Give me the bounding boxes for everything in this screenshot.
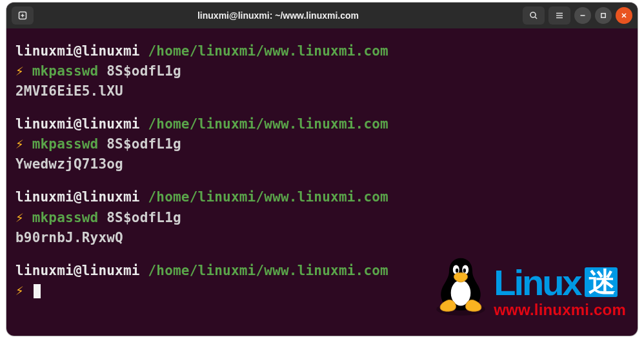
new-tab-button[interactable] <box>12 6 34 25</box>
prompt-line: linuxmi@linuxmi /home/linuxmi/www.linuxm… <box>15 114 629 134</box>
prompt-line: linuxmi@linuxmi /home/linuxmi/www.linuxm… <box>15 261 629 281</box>
prompt-symbol: ⚡ <box>15 63 24 79</box>
prompt-user: linuxmi@linuxmi <box>15 43 140 59</box>
prompt-line: linuxmi@linuxmi /home/linuxmi/www.linuxm… <box>15 187 629 207</box>
svg-rect-9 <box>601 14 605 17</box>
command-arg: 8S$odfL1g <box>106 63 181 79</box>
prompt-user: linuxmi@linuxmi <box>15 116 140 132</box>
menu-button[interactable] <box>548 6 570 25</box>
minimize-button[interactable] <box>574 7 591 24</box>
prompt-path: /home/linuxmi/www.linuxmi.com <box>148 43 388 59</box>
search-button[interactable] <box>523 6 545 25</box>
command-line: ⚡ mkpasswd 8S$odfL1g <box>15 134 629 154</box>
prompt-path: /home/linuxmi/www.linuxmi.com <box>148 116 388 132</box>
titlebar: linuxmi@linuxmi: ~/www.linuxmi.com <box>6 3 638 28</box>
maximize-button[interactable] <box>595 7 612 24</box>
command-arg: 8S$odfL1g <box>106 210 181 225</box>
terminal-window: linuxmi@linuxmi: ~/www.linuxmi.com <box>6 3 638 336</box>
command-block: linuxmi@linuxmi /home/linuxmi/www.linuxm… <box>15 187 629 247</box>
svg-point-3 <box>530 12 536 17</box>
watermark-url: www.linuxmi.com <box>494 302 626 318</box>
window-title: linuxmi@linuxmi: ~/www.linuxmi.com <box>37 10 519 21</box>
prompt-symbol: ⚡ <box>15 283 24 298</box>
command: mkpasswd <box>32 63 99 79</box>
command-line: ⚡ mkpasswd 8S$odfL1g <box>15 61 629 81</box>
svg-line-4 <box>535 17 537 19</box>
svg-point-12 <box>436 303 485 316</box>
active-prompt: linuxmi@linuxmi /home/linuxmi/www.linuxm… <box>15 261 629 301</box>
input-line[interactable]: ⚡ <box>15 281 629 301</box>
prompt-path: /home/linuxmi/www.linuxmi.com <box>148 263 388 278</box>
terminal-body[interactable]: linuxmi@linuxmi /home/linuxmi/www.linuxm… <box>6 28 638 336</box>
command-block: linuxmi@linuxmi /home/linuxmi/www.linuxm… <box>15 114 629 174</box>
prompt-symbol: ⚡ <box>15 136 24 152</box>
prompt-user: linuxmi@linuxmi <box>15 263 140 278</box>
prompt-path: /home/linuxmi/www.linuxmi.com <box>148 189 388 205</box>
command-output: 2MVI6EiE5.lXU <box>15 81 629 101</box>
command-line: ⚡ mkpasswd 8S$odfL1g <box>15 208 629 228</box>
cursor <box>34 284 41 298</box>
command-output: YwedwzjQ713og <box>15 154 629 174</box>
close-button[interactable] <box>616 7 632 24</box>
command: mkpasswd <box>32 136 99 152</box>
command-output: b90rnbJ.RyxwQ <box>15 228 629 248</box>
command: mkpasswd <box>32 210 99 225</box>
prompt-line: linuxmi@linuxmi /home/linuxmi/www.linuxm… <box>15 41 629 61</box>
prompt-user: linuxmi@linuxmi <box>15 189 140 205</box>
command-arg: 8S$odfL1g <box>106 136 181 152</box>
command-block: linuxmi@linuxmi /home/linuxmi/www.linuxm… <box>15 41 629 101</box>
prompt-symbol: ⚡ <box>15 210 24 225</box>
